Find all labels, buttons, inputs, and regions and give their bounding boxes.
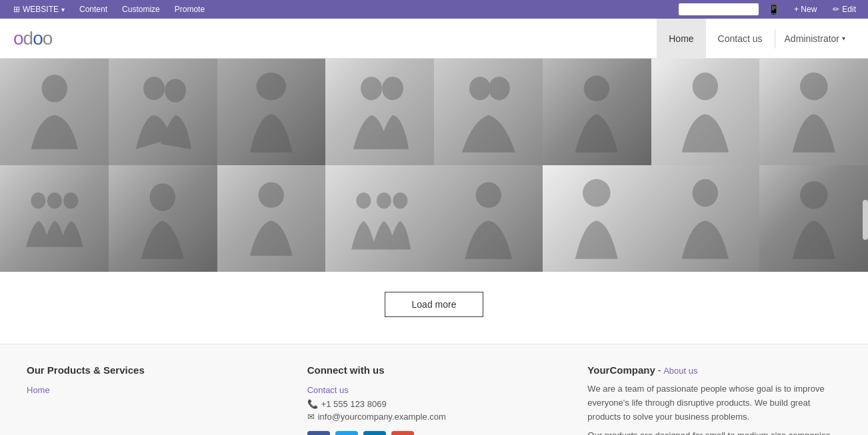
nav-administrator[interactable]: Administrator ▾ (775, 19, 855, 59)
svg-point-0 (41, 75, 67, 103)
admin-bar-right: 📱 + New ✏ Edit (679, 0, 861, 19)
email-icon: ✉ (307, 412, 315, 422)
footer-connect-title: Connect with us (307, 364, 561, 376)
website-label: WEBSITE (23, 5, 59, 14)
photo-cell-7[interactable] (651, 59, 760, 165)
photo-gallery (0, 59, 868, 272)
svg-point-1 (143, 77, 165, 100)
mobile-icon[interactable]: 📱 (764, 0, 783, 19)
photo-cell-5[interactable] (434, 59, 543, 165)
svg-point-3 (256, 73, 286, 101)
phone-icon: 📞 (307, 399, 318, 409)
new-label: + New (794, 5, 817, 14)
svg-point-11 (31, 193, 45, 209)
svg-point-16 (356, 193, 371, 209)
svg-point-6 (469, 77, 491, 100)
photo-cell-13[interactable] (434, 165, 543, 272)
svg-point-17 (377, 193, 391, 209)
footer-contact-link[interactable]: Contact us (307, 385, 561, 395)
photo-cell-10[interactable] (109, 165, 217, 272)
grid-icon: ⊞ (13, 5, 20, 14)
content-menu[interactable]: Content (73, 0, 114, 19)
googleplus-icon[interactable]: g+ (391, 431, 414, 435)
svg-point-4 (361, 77, 382, 100)
photo-cell-11[interactable] (217, 165, 326, 272)
admin-bar-left: ⊞ WEBSITE ▾ Content Customize Promote (7, 0, 679, 19)
footer-company-desc1: We are a team of passionate people whose… (587, 382, 841, 424)
svg-point-15 (259, 183, 284, 208)
customize-menu[interactable]: Customize (115, 0, 167, 19)
svg-point-20 (583, 179, 611, 207)
svg-point-2 (165, 79, 186, 102)
load-more-label: Load more (412, 299, 457, 310)
photo-cell-16[interactable] (759, 165, 868, 272)
svg-point-10 (800, 73, 828, 101)
photo-cell-12[interactable] (325, 165, 434, 272)
new-button[interactable]: + New (789, 0, 822, 19)
svg-point-14 (150, 183, 175, 211)
svg-point-5 (382, 77, 403, 100)
svg-point-18 (393, 193, 407, 209)
svg-point-19 (475, 183, 501, 208)
admin-label: Administrator (785, 33, 839, 44)
svg-point-8 (584, 76, 609, 101)
photo-cell-1[interactable] (0, 59, 109, 165)
admin-bar: ⊞ WEBSITE ▾ Content Customize Promote 📱 … (0, 0, 868, 19)
footer-company-header: YourCompany - About us (587, 364, 841, 376)
scrollbar[interactable] (863, 200, 868, 240)
linkedin-icon[interactable]: in (363, 431, 386, 435)
footer-products-title: Our Products & Services (27, 364, 281, 376)
footer-company-desc2: Our products are designed for small to m… (587, 429, 841, 435)
svg-point-21 (693, 179, 718, 207)
photo-cell-15[interactable] (651, 165, 760, 272)
footer-home-link[interactable]: Home (27, 385, 281, 395)
promote-menu[interactable]: Promote (168, 0, 211, 19)
promote-label: Promote (175, 5, 205, 14)
footer-col-products: Our Products & Services Home (27, 364, 281, 435)
svg-point-12 (47, 193, 61, 209)
social-icons: f 🐦 in g+ (307, 431, 561, 435)
footer-col-connect: Connect with us Contact us 📞 +1 555 123 … (307, 364, 561, 435)
photo-cell-14[interactable] (543, 165, 651, 272)
facebook-icon[interactable]: f (307, 431, 330, 435)
svg-point-9 (693, 73, 718, 101)
photo-cell-8[interactable] (759, 59, 868, 165)
admin-search-input[interactable] (679, 3, 759, 15)
edit-label: Edit (842, 5, 856, 14)
photo-cell-2[interactable] (109, 59, 217, 165)
website-menu[interactable]: ⊞ WEBSITE ▾ (7, 0, 71, 19)
logo-text: odoo (13, 28, 52, 49)
logo[interactable]: odoo (13, 28, 657, 49)
main-nav: odoo Home Contact us Administrator ▾ (0, 19, 868, 59)
photo-cell-4[interactable] (325, 59, 434, 165)
footer: Our Products & Services Home Connect wit… (0, 344, 868, 435)
footer-col-company: YourCompany - About us We are a team of … (587, 364, 841, 435)
footer-email: ✉ info@yourcompany.example.com (307, 412, 561, 422)
nav-home[interactable]: Home (657, 19, 705, 59)
photo-cell-3[interactable] (217, 59, 326, 165)
email-address: info@yourcompany.example.com (318, 412, 446, 422)
twitter-icon[interactable]: 🐦 (335, 431, 358, 435)
photo-cell-9[interactable] (0, 165, 109, 272)
svg-point-22 (800, 181, 828, 209)
nav-links: Home Contact us Administrator ▾ (657, 19, 855, 59)
photo-cell-6[interactable] (543, 59, 651, 165)
company-name: YourCompany (587, 364, 655, 376)
edit-button[interactable]: ✏ Edit (827, 0, 861, 19)
load-more-button[interactable]: Load more (385, 292, 484, 317)
nav-contact-us[interactable]: Contact us (706, 19, 775, 59)
about-link[interactable]: About us (663, 366, 697, 376)
phone-number: +1 555 123 8069 (321, 399, 387, 409)
svg-point-7 (488, 77, 509, 100)
load-more-section: Load more (0, 272, 868, 344)
customize-label: Customize (122, 5, 160, 14)
admin-chevron: ▾ (842, 35, 845, 42)
footer-phone: 📞 +1 555 123 8069 (307, 399, 561, 409)
chevron-icon: ▾ (61, 6, 65, 13)
svg-point-13 (63, 193, 78, 209)
content-label: Content (79, 5, 107, 14)
